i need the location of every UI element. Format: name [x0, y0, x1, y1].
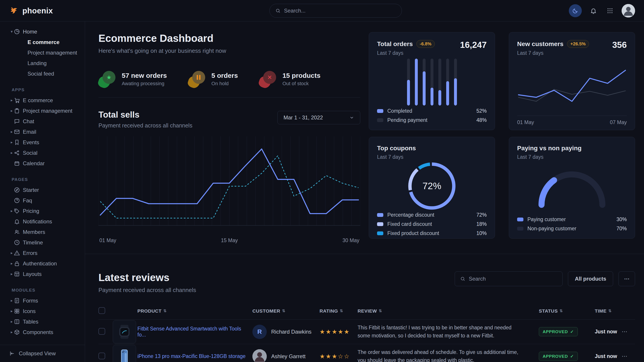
profile-avatar[interactable] [622, 4, 635, 17]
sidebar-item-icons[interactable]: ▸ Icons [0, 306, 85, 316]
caret-right-icon: ▸ [11, 150, 13, 155]
sidebar-item-pricing[interactable]: ▸ Pricing [0, 206, 85, 216]
global-search-input[interactable] [284, 7, 396, 14]
legend-row: Paying customer 30% [517, 216, 627, 223]
product-thumbnail[interactable] [113, 345, 136, 362]
sidebar-item-label: Icons [23, 308, 36, 314]
product-link[interactable]: iPhone 13 pro max-Pacific Blue-128GB sto… [138, 353, 252, 359]
product-thumbnail[interactable] [113, 320, 136, 344]
status-badge: APPROVED✓ [539, 352, 578, 361]
sidebar-item-starter[interactable]: Starter [0, 185, 85, 195]
pie-chart-icon [14, 29, 20, 35]
product-link[interactable]: Fitbit Sense Advanced Smartwatch with To… [138, 326, 252, 338]
legend-label: Fixed card discount [387, 221, 432, 227]
sidebar-item-project-management-home[interactable]: Project management [0, 47, 85, 58]
sidebar-item-calendar[interactable]: Calendar [0, 158, 85, 169]
sidebar-item-email[interactable]: ▸ Email [0, 127, 85, 137]
column-header-product[interactable]: PRODUCT⇅ [138, 308, 252, 314]
collapse-sidebar-button[interactable]: Collapsed View [0, 345, 85, 362]
sidebar-item-ecommerce-home[interactable]: E commerce [0, 37, 85, 47]
sidebar-item-components[interactable]: ▸ Components [0, 327, 85, 338]
orders-bars-chart [407, 58, 457, 105]
customer-name: Ashley Garrett [271, 353, 306, 360]
sidebar-item-authentication[interactable]: ▸ Authentication [0, 258, 85, 269]
sidebar-item-label: Starter [23, 187, 39, 193]
row-actions-button[interactable]: ⋯ [622, 353, 635, 360]
customer-avatar-photo [252, 349, 267, 362]
stat-caption: Awating processing [122, 81, 167, 86]
page-title: Ecommerce Dashboard [98, 32, 360, 44]
column-header-time[interactable]: TIME⇅ [595, 308, 622, 314]
rating-stars: ★★★☆☆ [320, 353, 358, 360]
reviews-search-input[interactable] [469, 276, 557, 282]
table-row: Fitbit Sense Advanced Smartwatch with To… [98, 320, 635, 344]
sidebar-item-social-feed[interactable]: Social feed [0, 68, 85, 79]
bookmark-icon [14, 139, 20, 145]
section-label-apps: APPS [0, 87, 85, 92]
more-options-button[interactable]: ⋯ [618, 272, 635, 286]
sidebar-item-label: Members [23, 229, 45, 235]
sidebar-item-label: Authentication [23, 261, 57, 267]
notifications-button[interactable] [588, 6, 598, 16]
stat-new-orders: ★ 57 new orders Awating processing [98, 70, 167, 88]
column-header-customer[interactable]: CUSTOMER⇅ [252, 308, 320, 314]
legend-label: Non-paying customer [528, 226, 576, 232]
reviews-search[interactable] [455, 272, 562, 286]
sidebar-item-social[interactable]: ▸ Social [0, 148, 85, 158]
avatar-person-icon [622, 4, 635, 17]
sidebar-item-forms[interactable]: ▸ Forms [0, 295, 85, 306]
column-header-status[interactable]: STATUS⇅ [539, 308, 595, 314]
card-title: Paying vs non paying [517, 145, 582, 152]
grid-icon [14, 308, 20, 314]
stat-out-of-stock: ✕ 15 products Out of stock [259, 70, 320, 88]
sidebar-item-ecommerce-app[interactable]: ▸ E commerce [0, 95, 85, 105]
caret-right-icon: ▸ [11, 261, 13, 266]
sidebar-item-members[interactable]: Members [0, 227, 85, 237]
users-icon [14, 229, 20, 235]
review-time: Just now [595, 329, 622, 335]
total-sells-chart [98, 135, 360, 233]
delta-badge: +26.5% [567, 40, 589, 48]
card-value: 16,247 [460, 40, 487, 50]
sidebar-item-project-management-app[interactable]: ▸ Project management [0, 105, 85, 116]
theme-toggle-button[interactable] [569, 4, 582, 17]
sidebar-item-landing[interactable]: Landing [0, 58, 85, 68]
column-header-rating[interactable]: RATING⇅ [320, 308, 358, 314]
new-customers-chart [517, 58, 627, 114]
chevron-down-icon [349, 115, 354, 120]
apps-menu-button[interactable] [605, 6, 615, 16]
package-icon [14, 329, 20, 335]
clock-icon [14, 240, 20, 246]
sidebar-item-errors[interactable]: ▸ Errors [0, 248, 85, 258]
row-actions-button[interactable]: ⋯ [622, 328, 635, 335]
sidebar-item-notifications[interactable]: Notifications [0, 216, 85, 227]
sidebar-item-faq[interactable]: Faq [0, 195, 85, 206]
sidebar-item-layouts[interactable]: ▸ Layouts [0, 269, 85, 279]
brand-logo[interactable]: phoenix [9, 5, 53, 16]
main-content: Ecommerce Dashboard Here's what's going … [85, 21, 644, 362]
collapse-label: Collapsed View [19, 350, 56, 357]
total-sells-subtitle: Payment received across all channels [98, 122, 192, 129]
all-products-button[interactable]: All products [568, 272, 613, 286]
x-tick: 30 May [342, 237, 359, 244]
sidebar-item-timeline[interactable]: Timeline [0, 237, 85, 248]
tag-icon [14, 208, 20, 214]
sidebar-item-chat[interactable]: Chat [0, 116, 85, 127]
global-search[interactable] [270, 4, 402, 18]
date-range-select[interactable]: Mar 1 - 31, 2022 [278, 111, 360, 124]
sort-icon: ⇅ [608, 309, 612, 313]
row-checkbox[interactable] [98, 353, 105, 359]
section-label-modules: MODULES [0, 288, 85, 293]
avatar-person-icon [252, 349, 267, 362]
check-icon: ✓ [570, 329, 574, 334]
caret-right-icon: ▸ [11, 309, 13, 314]
x-tick: 01 May [99, 237, 116, 244]
row-checkbox[interactable] [98, 328, 105, 335]
sidebar-item-tables[interactable]: ▸ Tables [0, 316, 85, 327]
calendar-icon [14, 160, 20, 166]
column-header-review[interactable]: REVIEW⇅ [358, 308, 539, 314]
sidebar-item-events[interactable]: ▸ Events [0, 137, 85, 148]
sidebar-item-home[interactable]: ▾ Home [0, 26, 85, 37]
select-all-checkbox[interactable] [98, 307, 105, 314]
caret-right-icon: ▸ [11, 129, 13, 134]
